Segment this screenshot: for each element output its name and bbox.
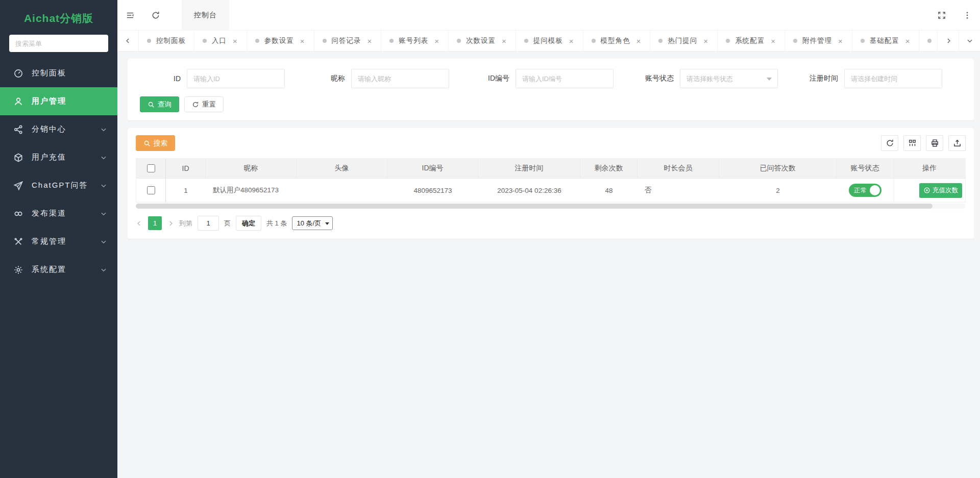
refresh-icon[interactable] xyxy=(143,0,168,31)
tab-item[interactable]: 入口 × xyxy=(194,31,247,51)
tab-close-icon[interactable]: × xyxy=(501,36,507,46)
table-column-header[interactable]: 时长会员 xyxy=(638,159,719,179)
tab-close-icon[interactable]: × xyxy=(904,36,911,46)
table-export-icon[interactable] xyxy=(948,135,966,151)
tabs-scroll-right-icon[interactable] xyxy=(937,31,959,51)
table-column-header[interactable]: 操作 xyxy=(894,159,965,179)
tab-close-icon[interactable]: × xyxy=(635,36,642,46)
tab-item[interactable]: 账号列表 × xyxy=(381,31,449,51)
sidebar-item-dashboard[interactable]: 控制面板 xyxy=(0,59,117,87)
table-header-row: ID 昵称 头像 ID编号 注册时间 剩余次数 时长会员 已问答次数 xyxy=(136,159,965,179)
tab-item[interactable]: 系统配置 × xyxy=(718,31,785,51)
table-column-header[interactable]: ID xyxy=(166,159,206,179)
tab-dot-icon xyxy=(255,39,259,43)
prev-page-icon[interactable] xyxy=(136,220,143,227)
tab-item[interactable]: 控制面板 xyxy=(139,31,194,51)
tab-close-icon[interactable]: × xyxy=(568,36,575,46)
tab-item[interactable]: 附件管理 × xyxy=(785,31,852,51)
menu-search xyxy=(9,35,108,52)
sidebar-item-user-management[interactable]: 用户管理 xyxy=(0,87,117,115)
goto-prefix-label: 到第 xyxy=(179,219,192,228)
sidebar-item-label: 发布渠道 xyxy=(32,209,100,218)
filter-input[interactable] xyxy=(844,69,942,88)
tab-close-icon[interactable]: × xyxy=(299,36,306,46)
console-nav-tab[interactable]: 控制台 xyxy=(182,0,229,31)
select-arrow-icon xyxy=(325,222,329,225)
recharge-count-button[interactable]: 充值次数 xyxy=(919,183,962,198)
table-column-header[interactable]: 注册时间 xyxy=(478,159,580,179)
table-column-header[interactable]: 账号状态 xyxy=(837,159,894,179)
filter-label: ID编号 xyxy=(469,74,516,83)
table-column-header[interactable]: ID编号 xyxy=(387,159,478,179)
goto-confirm-button[interactable]: 确定 xyxy=(236,216,261,231)
table-columns-icon[interactable] xyxy=(903,135,921,151)
table-refresh-icon[interactable] xyxy=(881,135,898,151)
filter-input-box xyxy=(187,69,285,88)
sidebar-item-label: 用户充值 xyxy=(32,153,100,162)
cell-account-status: 正常 xyxy=(837,179,894,203)
reset-button[interactable]: 重置 xyxy=(184,96,224,112)
table-column-header[interactable]: 头像 xyxy=(297,159,387,179)
filter-label: 注册时间 xyxy=(797,74,844,83)
search-button[interactable]: 搜索 xyxy=(136,135,175,151)
sidebar-item-distribution[interactable]: 分销中心 xyxy=(0,115,117,143)
menu-search-input[interactable] xyxy=(9,35,108,52)
tab-close-icon[interactable]: × xyxy=(770,36,776,46)
select-all-checkbox[interactable] xyxy=(147,164,155,172)
tabs-dropdown-icon[interactable] xyxy=(959,31,980,51)
tab-close-icon[interactable]: × xyxy=(837,36,844,46)
tab-label: 入口 xyxy=(212,36,227,45)
tab-dot-icon xyxy=(927,39,932,43)
tab-item[interactable]: 热门提问 × xyxy=(650,31,718,51)
tab-close-icon[interactable]: × xyxy=(702,36,709,46)
sidebar-item-general-management[interactable]: 常规管理 xyxy=(0,228,117,256)
current-page-button[interactable]: 1 xyxy=(148,216,162,230)
sidebar-item-chatgpt-qa[interactable]: ChatGPT问答 xyxy=(0,171,117,199)
table-print-icon[interactable] xyxy=(926,135,943,151)
tab-label: 控制面板 xyxy=(156,36,186,45)
query-button[interactable]: 查询 xyxy=(140,96,179,112)
tab-label: 账号列表 xyxy=(399,36,428,45)
tab-item[interactable]: 模型角色 × xyxy=(583,31,651,51)
tab-item[interactable]: 次数设置 × xyxy=(449,31,516,51)
page-size-select[interactable]: 10 条/页 xyxy=(292,216,333,230)
tab-item[interactable]: 提问模板 × xyxy=(516,31,583,51)
horizontal-scrollbar-thumb[interactable] xyxy=(136,204,933,209)
sidebar-item-publish-channel[interactable]: 发布渠道 xyxy=(0,199,117,228)
fullscreen-icon[interactable] xyxy=(929,0,954,31)
select-all-checkbox-cell xyxy=(136,159,166,179)
tab-item[interactable]: 参数设置 × xyxy=(247,31,314,51)
tab-item[interactable]: 基础配置 × xyxy=(852,31,920,51)
table-column-header[interactable]: 昵称 xyxy=(206,159,297,179)
table-column-header[interactable]: 剩余次数 xyxy=(580,159,638,179)
filter-input[interactable] xyxy=(516,69,614,88)
filter-input[interactable] xyxy=(680,69,778,88)
horizontal-scrollbar[interactable] xyxy=(136,204,966,209)
next-page-icon[interactable] xyxy=(167,220,174,227)
tab-item[interactable]: 充 xyxy=(919,31,937,51)
search-button-label: 搜索 xyxy=(154,139,167,148)
row-checkbox[interactable] xyxy=(147,186,155,194)
table-column-header[interactable]: 已问答次数 xyxy=(719,159,837,179)
sidebar-item-user-recharge[interactable]: 用户充值 xyxy=(0,143,117,171)
tabs-strip: 控制面板 入口 × 参数设置 × 问答记录 xyxy=(139,31,937,51)
filter-input[interactable] xyxy=(187,69,285,88)
filter-input-box xyxy=(680,69,778,88)
search-icon xyxy=(143,140,151,147)
status-toggle[interactable]: 正常 xyxy=(849,184,881,197)
tab-close-icon[interactable]: × xyxy=(232,36,238,46)
filter-field: 昵称 xyxy=(304,69,469,88)
tab-label: 附件管理 xyxy=(802,36,832,45)
tab-close-icon[interactable]: × xyxy=(366,36,373,46)
goto-page-input[interactable] xyxy=(198,216,219,231)
tab-dot-icon xyxy=(457,39,461,43)
tab-item[interactable]: 问答记录 × xyxy=(314,31,382,51)
collapse-menu-icon[interactable] xyxy=(117,0,143,31)
tabs-scroll-left-icon[interactable] xyxy=(117,31,139,51)
tab-close-icon[interactable]: × xyxy=(433,36,440,46)
sidebar-item-system-config[interactable]: 系统配置 xyxy=(0,256,117,284)
tab-label: 参数设置 xyxy=(264,36,294,45)
filter-input[interactable] xyxy=(351,69,449,88)
app-logo: Aichat分销版 xyxy=(0,0,117,35)
more-menu-icon[interactable] xyxy=(954,0,980,31)
